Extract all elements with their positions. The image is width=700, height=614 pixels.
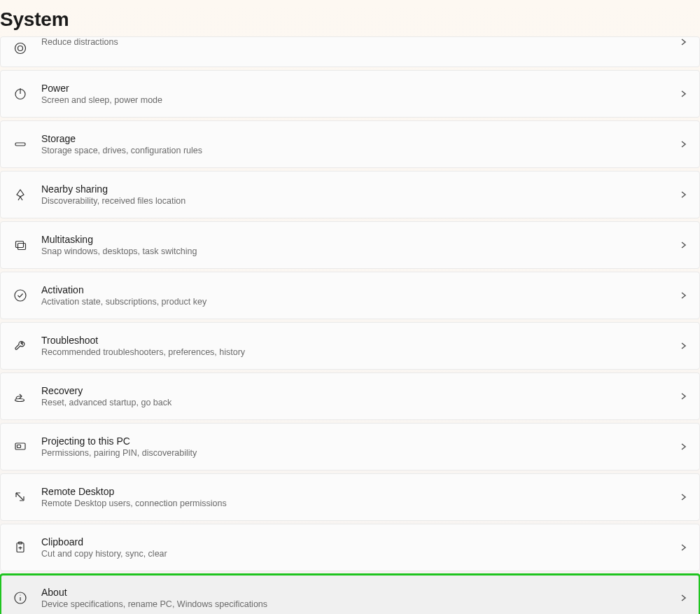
chevron-right-icon <box>678 240 688 250</box>
item-title: Clipboard <box>41 536 678 547</box>
item-text-block: RecoveryReset, advanced startup, go back <box>41 385 678 407</box>
item-title: Activation <box>41 284 678 295</box>
item-title: About <box>41 587 678 598</box>
item-text-block: Reduce distractions <box>41 37 678 47</box>
settings-item-recovery[interactable]: RecoveryReset, advanced startup, go back <box>0 372 700 420</box>
recovery-icon <box>12 388 29 405</box>
nearby-icon <box>12 186 29 203</box>
item-desc: Device specifications, rename PC, Window… <box>41 599 678 609</box>
chevron-right-icon <box>678 593 688 603</box>
item-text-block: MultitaskingSnap windows, desktops, task… <box>41 234 678 256</box>
settings-list: Reduce distractionsPowerScreen and sleep… <box>0 36 700 614</box>
item-desc: Permissions, pairing PIN, discoverabilit… <box>41 448 678 458</box>
item-title: Remote Desktop <box>41 486 678 497</box>
item-title: Troubleshoot <box>41 335 678 346</box>
item-title: Recovery <box>41 385 678 396</box>
power-icon <box>12 85 29 102</box>
item-desc: Storage space, drives, configuration rul… <box>41 146 678 155</box>
chevron-right-icon <box>678 492 688 502</box>
item-desc: Recommended troubleshooters, preferences… <box>41 347 678 357</box>
svg-point-1 <box>18 46 23 51</box>
chevron-right-icon <box>678 341 688 351</box>
multitask-icon <box>12 237 29 253</box>
svg-rect-4 <box>15 143 25 146</box>
svg-point-0 <box>15 43 26 54</box>
settings-item-activation[interactable]: ActivationActivation state, subscription… <box>0 272 700 319</box>
item-desc: Reduce distractions <box>41 37 678 47</box>
svg-rect-5 <box>16 242 24 248</box>
svg-rect-10 <box>18 445 21 448</box>
settings-item-about[interactable]: AboutDevice specifications, rename PC, W… <box>0 574 700 614</box>
item-text-block: Nearby sharingDiscoverability, received … <box>41 183 678 206</box>
settings-item-clipboard[interactable]: ClipboardCut and copy history, sync, cle… <box>0 524 700 571</box>
chevron-right-icon <box>678 391 688 401</box>
item-desc: Reset, advanced startup, go back <box>41 398 678 407</box>
item-desc: Remote Desktop users, connection permiss… <box>41 498 678 508</box>
settings-item-multitask[interactable]: MultitaskingSnap windows, desktops, task… <box>0 221 700 269</box>
item-text-block: StorageStorage space, drives, configurat… <box>41 133 678 155</box>
item-desc: Snap windows, desktops, task switching <box>41 246 678 256</box>
svg-point-7 <box>15 290 26 301</box>
svg-rect-6 <box>18 244 26 250</box>
page-title: System <box>0 8 700 31</box>
item-title: Multitasking <box>41 234 678 245</box>
projecting-icon <box>12 438 29 455</box>
svg-point-8 <box>15 399 24 402</box>
item-desc: Activation state, subscriptions, product… <box>41 297 678 307</box>
item-title: Projecting to this PC <box>41 435 678 447</box>
settings-item-nearby[interactable]: Nearby sharingDiscoverability, received … <box>0 171 700 218</box>
item-desc: Discoverability, received files location <box>41 196 678 206</box>
chevron-right-icon <box>678 442 688 452</box>
settings-item-projecting[interactable]: Projecting to this PCPermissions, pairin… <box>0 423 700 470</box>
item-text-block: Remote DesktopRemote Desktop users, conn… <box>41 486 678 508</box>
settings-item-power[interactable]: PowerScreen and sleep, power mode <box>0 70 700 118</box>
item-text-block: PowerScreen and sleep, power mode <box>41 83 678 105</box>
item-text-block: ActivationActivation state, subscription… <box>41 284 678 307</box>
settings-item-troubleshoot[interactable]: TroubleshootRecommended troubleshooters,… <box>0 322 700 370</box>
chevron-right-icon <box>678 89 688 99</box>
settings-item-storage[interactable]: StorageStorage space, drives, configurat… <box>0 120 700 168</box>
activation-icon <box>12 287 29 304</box>
chevron-right-icon <box>678 543 688 552</box>
item-title: Nearby sharing <box>41 183 678 195</box>
chevron-right-icon <box>678 139 688 149</box>
chevron-right-icon <box>678 37 688 47</box>
storage-icon <box>12 136 29 153</box>
item-title: Storage <box>41 133 678 144</box>
troubleshoot-icon <box>12 337 29 354</box>
settings-item-remote[interactable]: Remote DesktopRemote Desktop users, conn… <box>0 473 700 521</box>
about-icon <box>12 589 29 606</box>
item-desc: Screen and sleep, power mode <box>41 95 678 105</box>
remote-icon <box>12 489 29 505</box>
item-title: Power <box>41 83 678 94</box>
item-text-block: TroubleshootRecommended troubleshooters,… <box>41 335 678 357</box>
chevron-right-icon <box>678 291 688 300</box>
item-text-block: ClipboardCut and copy history, sync, cle… <box>41 536 678 559</box>
clipboard-icon <box>12 539 29 556</box>
page-header: System <box>0 0 700 36</box>
focus-icon <box>12 40 29 57</box>
item-desc: Cut and copy history, sync, clear <box>41 549 678 559</box>
item-text-block: AboutDevice specifications, rename PC, W… <box>41 587 678 609</box>
chevron-right-icon <box>678 190 688 200</box>
settings-item-focus[interactable]: Reduce distractions <box>0 36 700 67</box>
item-text-block: Projecting to this PCPermissions, pairin… <box>41 435 678 458</box>
